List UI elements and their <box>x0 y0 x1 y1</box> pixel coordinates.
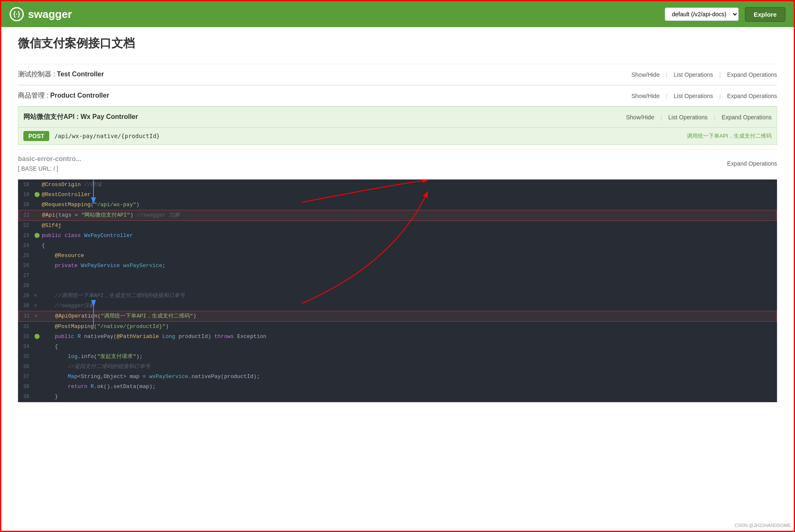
product-list-ops[interactable]: List Operations <box>674 93 713 99</box>
basic-error-section: basic-error-contro... [ BASE URL: / ] Ex… <box>18 149 777 178</box>
product-controller-actions: Show/Hide | List Operations | Expand Ope… <box>631 93 777 99</box>
basic-error-title: basic-error-contro... <box>18 155 727 163</box>
logo-symbol: {·} <box>13 10 20 18</box>
basic-error-actions: Expand Operations <box>727 160 777 167</box>
wx-list-ops[interactable]: List Operations <box>668 114 707 121</box>
code-line-25: 25 @Resource <box>18 251 777 261</box>
product-show-hide[interactable]: Show/Hide <box>631 93 660 99</box>
code-line-37: 37 Map<String,Object> map = wxPayService… <box>18 372 777 382</box>
code-panel: 18 @CrossOrigin //跨域 19 🟢 @RestControlle… <box>18 179 777 402</box>
code-line-32: 32 @PostMapping("/native/{productId}") <box>18 322 777 332</box>
wx-en: Wx Pay Controller <box>81 113 138 120</box>
code-line-39: 39 } <box>18 392 777 402</box>
explore-button[interactable]: Explore <box>745 7 785 22</box>
code-line-33: 33 🟢 public R nativePay(@PathVariable Lo… <box>18 332 777 342</box>
wx-show-hide[interactable]: Show/Hide <box>626 114 654 121</box>
logo: {·} swagger <box>10 7 72 21</box>
product-expand-ops[interactable]: Expand Operations <box>727 93 777 99</box>
wx-cn: 网站微信支付API : <box>23 113 81 120</box>
logo-text: swagger <box>28 8 72 21</box>
page-title: 微信支付案例接口文档 <box>18 35 777 51</box>
code-line-35: 35 log.info("发起支付请求"); <box>18 352 777 362</box>
wx-expand-ops[interactable]: Expand Operations <box>722 114 772 121</box>
code-line-26: 26 private WxPayService wxPayService; <box>18 261 777 271</box>
watermark: CSDN @JH22HANDSOME <box>734 523 791 528</box>
code-line-20: 20 @RequestMapping("/api/wx-pay") <box>18 200 777 210</box>
code-line-23: 23 🟢 public class WxPayController <box>18 231 777 241</box>
endpoint-path: /api/wx-pay/native/{productId} <box>54 133 160 139</box>
wx-pay-controller-actions: Show/Hide | List Operations | Expand Ope… <box>626 114 772 121</box>
code-line-38: 38 return R.ok().setData(map); <box>18 382 777 392</box>
endpoint-description: 调用统一下单API，生成支付二维码 <box>687 132 772 140</box>
post-badge: POST <box>23 131 49 141</box>
test-list-ops[interactable]: List Operations <box>674 71 713 78</box>
code-line-21: 21 @Api(tags = "网站微信支付API") //swagger 注解 <box>18 210 777 221</box>
product-controller-title: 商品管理 : Product Controller <box>18 91 109 100</box>
code-line-28: 28 <box>18 281 777 291</box>
code-line-29: 29 ⊖ //调用统一下单API，生成支付二维码的链接和订单号 <box>18 291 777 301</box>
code-line-27: 27 <box>18 271 777 281</box>
code-line-18: 18 @CrossOrigin //跨域 <box>18 180 777 190</box>
test-controller-section: 测试控制器 : Test Controller Show/Hide | List… <box>18 64 777 85</box>
wx-pay-controller-title: 网站微信支付API : Wx Pay Controller <box>23 113 138 121</box>
test-expand-ops[interactable]: Expand Operations <box>727 71 777 78</box>
code-line-19: 19 🟢 @RestController <box>18 190 777 200</box>
product-en: Product Controller <box>50 92 109 99</box>
product-controller-section: 商品管理 : Product Controller Show/Hide | Li… <box>18 85 777 106</box>
product-cn: 商品管理 : <box>18 92 50 99</box>
wx-pay-endpoint[interactable]: POST /api/wx-pay/native/{productId} 调用统一… <box>18 127 777 144</box>
product-controller-header: 商品管理 : Product Controller Show/Hide | Li… <box>18 85 777 106</box>
main-content: 微信支付案例接口文档 测试控制器 : Test Controller Show/… <box>1 27 794 411</box>
test-show-hide[interactable]: Show/Hide <box>631 71 660 78</box>
header: {·} swagger default (/v2/api-docs) Explo… <box>1 1 794 27</box>
test-controller-actions: Show/Hide | List Operations | Expand Ope… <box>631 71 777 78</box>
wx-pay-controller-section: 网站微信支付API : Wx Pay Controller Show/Hide … <box>18 106 777 145</box>
code-line-31: 31 ⊖ @ApiOperation("调用统一下单API，生成支付二维码") <box>18 311 777 322</box>
base-url: [ BASE URL: / ] <box>18 165 727 172</box>
code-line-34: 34 { <box>18 342 777 352</box>
wx-pay-controller-header: 网站微信支付API : Wx Pay Controller Show/Hide … <box>18 107 777 127</box>
test-controller-header: 测试控制器 : Test Controller Show/Hide | List… <box>18 64 777 85</box>
test-en: Test Controller <box>57 71 104 78</box>
code-line-30: 30 ⊖ //swagger注解 <box>18 301 777 311</box>
test-cn: 测试控制器 : <box>18 71 57 78</box>
swagger-logo-icon: {·} <box>10 7 24 21</box>
basic-expand-ops[interactable]: Expand Operations <box>727 160 777 167</box>
code-line-36: 36 //返回支付二维码的链接和订单号 <box>18 362 777 372</box>
api-url-select[interactable]: default (/v2/api-docs) <box>665 8 739 21</box>
header-right: default (/v2/api-docs) Explore <box>665 7 785 22</box>
code-line-22: 22 @Slf4j <box>18 221 777 231</box>
test-controller-title: 测试控制器 : Test Controller <box>18 70 104 79</box>
code-line-24: 24 { <box>18 241 777 251</box>
